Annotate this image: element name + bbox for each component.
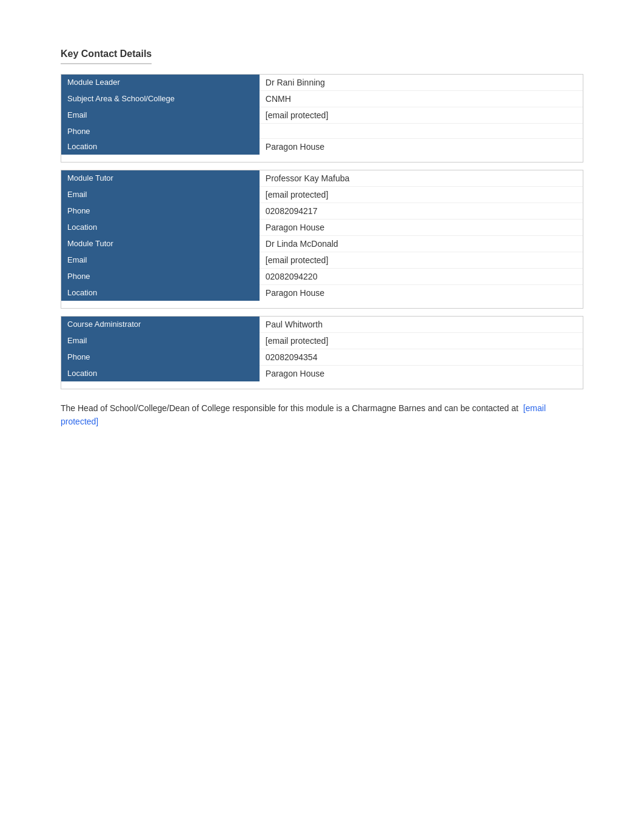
table-row: Course AdministratorPaul Whitworth bbox=[61, 317, 583, 333]
row-value: Paragon House bbox=[260, 139, 583, 155]
module-tutor-table: Module TutorProfessor Kay MafubaEmail[em… bbox=[61, 170, 583, 301]
row-value: 02082094220 bbox=[260, 269, 583, 285]
table-row: Email[email protected] bbox=[61, 187, 583, 203]
row-label: Email bbox=[61, 252, 260, 269]
table-row: Module LeaderDr Rani Binning bbox=[61, 75, 583, 91]
table-row: Email[email protected] bbox=[61, 333, 583, 349]
table-row: LocationParagon House bbox=[61, 220, 583, 236]
module-leader-table: Module LeaderDr Rani BinningSubject Area… bbox=[61, 75, 583, 155]
row-label: Module Tutor bbox=[61, 236, 260, 252]
row-label: Location bbox=[61, 139, 260, 155]
row-value: 02082094217 bbox=[260, 203, 583, 220]
row-value: Professor Kay Mafuba bbox=[260, 170, 583, 187]
row-label: Location bbox=[61, 366, 260, 382]
footer-text: The Head of School/College/Dean of Colle… bbox=[61, 401, 583, 429]
table-row: Phone bbox=[61, 124, 583, 139]
row-label: Phone bbox=[61, 349, 260, 366]
row-value: [email protected] bbox=[260, 252, 583, 269]
row-value: Dr Rani Binning bbox=[260, 75, 583, 91]
row-value: Paragon House bbox=[260, 285, 583, 301]
table-row: Module TutorProfessor Kay Mafuba bbox=[61, 170, 583, 187]
row-label: Course Administrator bbox=[61, 317, 260, 333]
table-row: Subject Area & School/CollegeCNMH bbox=[61, 91, 583, 107]
row-label: Location bbox=[61, 285, 260, 301]
table-row: Module TutorDr Linda McDonald bbox=[61, 236, 583, 252]
table-row: Phone02082094217 bbox=[61, 203, 583, 220]
course-admin-block: Course AdministratorPaul WhitworthEmail[… bbox=[61, 316, 583, 389]
row-value: [email protected] bbox=[260, 333, 583, 349]
row-value: CNMH bbox=[260, 91, 583, 107]
row-label: Phone bbox=[61, 203, 260, 220]
row-value: 02082094354 bbox=[260, 349, 583, 366]
row-value: [email protected] bbox=[260, 107, 583, 124]
row-value: [email protected] bbox=[260, 187, 583, 203]
row-value: Paragon House bbox=[260, 220, 583, 236]
row-label: Email bbox=[61, 333, 260, 349]
row-label: Email bbox=[61, 107, 260, 124]
row-label: Subject Area & School/College bbox=[61, 91, 260, 107]
table-row: LocationParagon House bbox=[61, 285, 583, 301]
course-admin-table: Course AdministratorPaul WhitworthEmail[… bbox=[61, 317, 583, 381]
row-label: Phone bbox=[61, 269, 260, 285]
page-container: Key Contact Details Module LeaderDr Rani… bbox=[0, 49, 644, 429]
section-title: Key Contact Details bbox=[61, 49, 152, 64]
row-value bbox=[260, 124, 583, 139]
module-tutor-block: Module TutorProfessor Kay MafubaEmail[em… bbox=[61, 170, 583, 309]
row-label: Module Leader bbox=[61, 75, 260, 91]
table-row: Email[email protected] bbox=[61, 252, 583, 269]
row-value: Paul Whitworth bbox=[260, 317, 583, 333]
table-row: Email[email protected] bbox=[61, 107, 583, 124]
table-row: LocationParagon House bbox=[61, 139, 583, 155]
row-value: Paragon House bbox=[260, 366, 583, 382]
table-row: Phone02082094354 bbox=[61, 349, 583, 366]
row-label: Module Tutor bbox=[61, 170, 260, 187]
row-label: Location bbox=[61, 220, 260, 236]
module-leader-block: Module LeaderDr Rani BinningSubject Area… bbox=[61, 74, 583, 163]
table-row: LocationParagon House bbox=[61, 366, 583, 382]
table-row: Phone02082094220 bbox=[61, 269, 583, 285]
row-label: Phone bbox=[61, 124, 260, 139]
row-value: Dr Linda McDonald bbox=[260, 236, 583, 252]
row-label: Email bbox=[61, 187, 260, 203]
footer-before-text: The Head of School/College/Dean of Colle… bbox=[61, 403, 518, 413]
